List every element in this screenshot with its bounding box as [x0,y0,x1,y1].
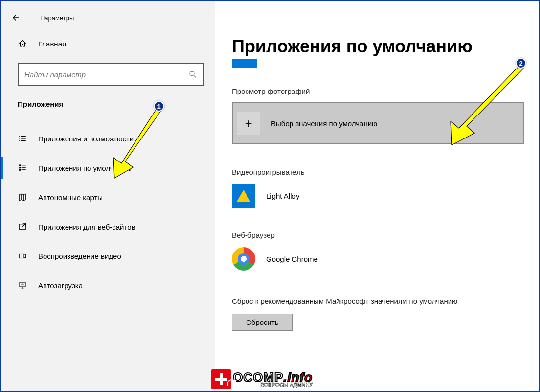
page-title: Приложения по умолчанию [232,36,524,57]
list-icon [18,134,27,143]
sidebar-item-apps-features[interactable]: Приложения и возможности [1,124,215,153]
annotation-badge-1: 1 [154,101,164,112]
sidebar-item-label: Приложения по умолчанию [38,164,132,172]
search-icon [187,69,198,80]
home-icon [18,39,27,48]
sidebar-item-video-playback[interactable]: Воспроизведение видео [1,241,215,271]
choose-default-label: Выбор значения по умолчанию [271,119,377,128]
plus-icon: + [237,112,260,135]
back-button[interactable] [5,7,26,28]
main-panel: Приложения по умолчанию Просмотр фотогра… [215,1,539,391]
annotation-badge-2: 2 [516,58,526,69]
svg-rect-10 [19,169,20,170]
nav-home[interactable]: Главная [1,30,215,57]
category-label-browser: Веб-браузер [232,231,524,239]
sidebar-section-label: Приложения [1,86,215,108]
sidebar-item-startup[interactable]: Автозагрузка [1,271,215,300]
back-arrow-icon [11,13,20,22]
choose-default-photos[interactable]: + Выбор значения по умолчанию [232,102,524,144]
svg-rect-8 [19,165,20,166]
sidebar-item-websites-apps[interactable]: Приложения для веб-сайтов [1,212,215,241]
sidebar-item-offline-maps[interactable]: Автономные карты [1,183,215,212]
svg-point-0 [190,71,194,76]
default-video-app[interactable]: Light Alloy [232,184,524,208]
svg-rect-9 [19,167,20,168]
nav-home-label: Главная [38,40,66,48]
app-name-label: Google Chrome [266,255,318,263]
sidebar-item-default-apps[interactable]: Приложения по умолчанию [1,153,215,183]
svg-line-1 [194,75,196,78]
sidebar-item-label: Автозагрузка [38,281,83,290]
heading-accent [232,59,257,68]
svg-rect-19 [20,282,25,287]
search-input-wrap[interactable] [18,63,204,86]
category-label-photos: Просмотр фотографий [232,87,524,95]
light-alloy-icon [232,184,255,208]
reset-button[interactable]: Сбросить [232,314,293,331]
svg-rect-18 [19,254,24,258]
browser-open-icon [18,222,27,231]
sidebar-item-label: Автономные карты [38,193,103,202]
startup-icon [18,280,27,290]
sidebar-item-label: Воспроизведение видео [38,252,121,260]
search-input[interactable] [23,70,187,79]
map-icon [18,192,27,202]
sidebar-item-label: Приложения для веб-сайтов [38,223,135,231]
reset-description: Сброс к рекомендованным Майкрософт значе… [232,296,524,307]
defaults-icon [18,163,27,173]
window-title: Параметры [40,14,74,22]
default-browser-app[interactable]: Google Chrome [232,247,524,271]
app-name-label: Light Alloy [266,192,299,200]
video-icon [18,251,27,261]
settings-sidebar: Параметры Главная Приложения Приложен [1,1,215,391]
google-chrome-icon [232,247,255,271]
category-label-video: Видеопроигрыватель [232,168,524,176]
sidebar-item-label: Приложения и возможности [38,135,134,143]
